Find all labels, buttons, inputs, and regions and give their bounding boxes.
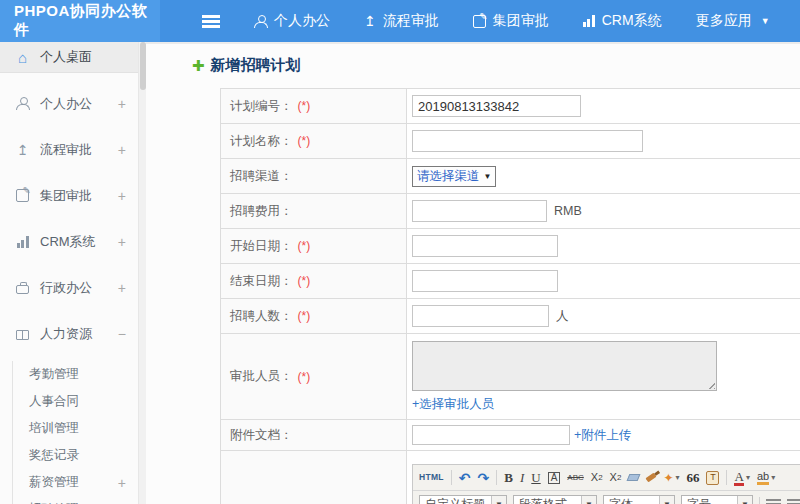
end-date-input[interactable] [412,270,558,292]
required-mark: (*) [298,239,311,253]
home-icon: ⌂ [14,50,31,65]
sidebar-item-recruit-mgmt[interactable]: 招聘管理 − [13,496,138,504]
sidebar-item-personal-office[interactable]: 个人办公 + [0,88,138,119]
sidebar: ⌂ 个人桌面 个人办公 + ↥ 流程审批 + 集团审批 + CRM系统 + 行政… [0,42,138,504]
person-icon [254,15,267,28]
html-source-button[interactable]: HTML [419,473,444,482]
select-approver-link[interactable]: +选择审批人员 [412,396,494,413]
person-icon [14,97,31,110]
sidebar-item-personal-desktop[interactable]: ⌂ 个人桌面 [0,42,138,73]
sidebar-item-human-resources[interactable]: 人力资源 − [0,318,138,349]
chevron-down-icon: ▼ [659,496,674,504]
underline-button[interactable]: U [531,471,540,484]
highlight-icon: ab [757,471,769,485]
toolbar-separator [496,470,497,485]
field-label: 招聘渠道： [230,168,293,185]
sidebar-item-workflow-approval[interactable]: ↥ 流程审批 + [0,134,138,165]
nav-personal-office[interactable]: 个人办公 [254,12,330,30]
attachment-upload-link[interactable]: +附件上传 [574,427,631,444]
scrollbar-thumb[interactable] [140,42,146,90]
chevron-down-icon: ▼ [737,496,752,504]
hamburger-menu-icon[interactable] [202,15,220,28]
expand-icon[interactable]: + [118,142,126,158]
sidebar-item-group-approval[interactable]: 集团审批 + [0,180,138,211]
sidebar-item-attendance[interactable]: 考勤管理 [13,361,138,388]
field-label: 计划名称： [230,133,293,150]
attachment-input[interactable] [412,425,570,445]
sidebar-item-admin-office[interactable]: 行政办公 + [0,272,138,303]
sidebar-item-salary[interactable]: 薪资管理 + [13,469,138,496]
headcount-input[interactable] [412,305,549,327]
superscript-button[interactable]: X2 [591,472,603,483]
expand-icon[interactable]: + [118,188,126,204]
sidebar-item-reward-punishment[interactable]: 奖惩记录 [13,442,138,469]
field-label: 计划编号： [230,98,293,115]
font-family-dropdown[interactable]: 字体 ▼ [603,495,675,504]
expand-icon[interactable]: + [118,475,126,491]
nav-label: 集团审批 [493,12,549,30]
chevron-down-icon: ▾ [771,474,775,482]
nav-crm-system[interactable]: CRM系统 [583,12,662,30]
clipboard-icon: T [706,471,719,485]
chevron-down-icon: ▼ [761,16,770,26]
editor-toolbar: HTML ↶ ↷ B I U A ABC X2 [412,464,800,504]
paragraph-format-dropdown[interactable]: 段落格式 ▼ [513,495,597,504]
fee-unit: RMB [554,204,582,218]
blockquote-button[interactable]: 66 [686,471,699,484]
required-mark: (*) [298,370,311,384]
approver-textarea[interactable] [412,341,717,391]
field-label: 审批人员： [230,368,293,385]
format-painter-button[interactable] [646,475,656,480]
plan-no-input[interactable] [412,95,581,117]
align-left-icon[interactable] [766,499,781,504]
plus-icon: ✚ [192,57,205,75]
custom-title-dropdown[interactable]: 自定义标题 ▼ [419,495,507,504]
fee-input[interactable] [412,200,547,222]
auto-typeset-button[interactable]: ✦▾ [663,472,679,484]
eraser-button[interactable] [628,474,639,481]
channel-select-value: 请选择渠道 [417,168,480,185]
app-logo: PHPOA协同办公软件 [0,0,160,42]
border-text-button[interactable]: A [548,472,561,484]
nav-group-approval[interactable]: 集团审批 [473,12,549,30]
expand-icon[interactable]: + [118,234,126,250]
form-row-editor: HTML ↶ ↷ B I U A ABC X2 [221,451,800,504]
align-center-icon[interactable] [787,499,800,504]
sidebar-item-crm-system[interactable]: CRM系统 + [0,226,138,257]
sidebar-item-label: 培训管理 [29,420,126,437]
book-icon [14,328,31,340]
form-row-attachment: 附件文档： +附件上传 [221,420,800,451]
nav-label: 流程审批 [383,12,439,30]
share-icon: ↥ [364,14,376,28]
subscript-button[interactable]: X2 [610,472,622,483]
italic-button[interactable]: I [520,471,524,484]
font-color-button[interactable]: A▾ [734,470,749,486]
bar-chart-icon [14,236,31,248]
strikethrough-button[interactable]: ABC [567,474,583,482]
main-content: ✚ 新增招聘计划 计划编号： (*) 计划名称： (*) [146,42,800,504]
sidebar-scrollbar[interactable] [138,42,146,504]
chevron-down-icon: ▼ [484,172,492,181]
font-size-dropdown[interactable]: 字号 ▼ [681,495,753,504]
start-date-input[interactable] [412,235,558,257]
expand-icon[interactable]: + [118,96,126,112]
nav-workflow-approval[interactable]: ↥ 流程审批 [364,12,439,30]
highlight-color-button[interactable]: ab▾ [757,471,775,485]
plan-name-input[interactable] [412,130,643,152]
undo-button[interactable]: ↶ [459,471,471,485]
redo-button[interactable]: ↷ [478,471,490,485]
resize-handle[interactable] [706,380,715,389]
expand-icon[interactable]: + [118,280,126,296]
sidebar-item-training[interactable]: 培训管理 [13,415,138,442]
nav-more-apps[interactable]: 更多应用 ▼ [696,12,770,30]
collapse-icon[interactable]: − [118,326,126,342]
paste-text-button[interactable]: T [706,471,719,485]
bold-button[interactable]: B [504,471,513,484]
sidebar-item-hr-contract[interactable]: 人事合同 [13,388,138,415]
required-mark: (*) [298,309,311,323]
edit-icon [473,15,486,28]
magic-wand-icon: ✦ [663,472,673,484]
chevron-down-icon: ▾ [746,474,750,482]
channel-select[interactable]: 请选择渠道 ▼ [412,166,496,187]
chevron-down-icon: ▼ [581,496,596,504]
